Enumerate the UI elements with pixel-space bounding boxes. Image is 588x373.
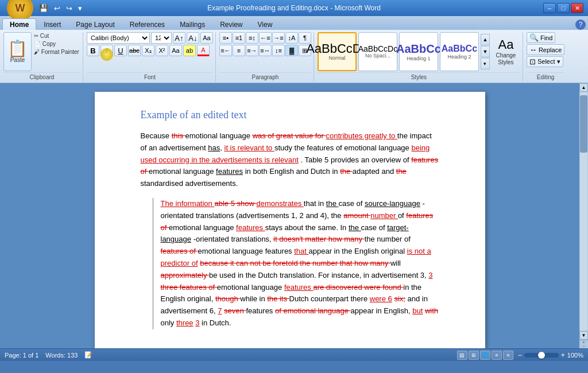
web-layout-btn[interactable]: 🌐 xyxy=(480,351,490,360)
font-size-select[interactable]: 12 xyxy=(151,32,172,44)
align-left-button[interactable]: ≡← xyxy=(219,45,232,56)
shading-button[interactable]: ▓ xyxy=(285,45,298,56)
p2-s32: three features of xyxy=(161,283,217,292)
align-center-button[interactable]: ≡ xyxy=(233,45,245,56)
minimize-button[interactable]: – xyxy=(543,3,556,13)
p2-s38: while xyxy=(240,294,257,303)
customize-quick-btn[interactable]: ▾ xyxy=(76,3,84,14)
clipboard-content: 📋 Paste ✂ Cut 📄 Copy 🖌 Format Painter xyxy=(3,32,80,71)
justify-button[interactable]: ≡↔ xyxy=(259,45,272,56)
tab-insert[interactable]: Insert xyxy=(36,18,68,30)
change-case-button[interactable]: Aa xyxy=(169,45,182,56)
vertical-scrollbar[interactable]: ▲ ▼ + − xyxy=(579,83,588,348)
sort-button[interactable]: ↕A xyxy=(285,32,298,44)
underline-button[interactable]: U xyxy=(114,45,127,56)
multilevel-list-button[interactable]: ≡↕ xyxy=(246,32,258,44)
find-button[interactable]: 🔍 Find xyxy=(527,32,555,43)
paragraph-2: The information able 5 show demonstrates… xyxy=(152,198,439,329)
select-button[interactable]: ⊡ Select ▾ xyxy=(527,56,563,67)
styles-scroll-more[interactable]: ▾ xyxy=(481,58,490,69)
styles-content: AaBbCcDc Normal AaBbCcDc No Spaci... AaB… xyxy=(318,32,520,71)
scroll-down-button[interactable]: ▼ xyxy=(579,331,588,340)
tab-mailings[interactable]: Mailings xyxy=(172,18,212,30)
cut-button[interactable]: ✂ Cut xyxy=(33,32,80,40)
zoom-slider[interactable] xyxy=(524,353,559,358)
styles-scroll-up[interactable]: ▲ xyxy=(481,34,490,45)
undo-quick-btn[interactable]: ↩ xyxy=(52,3,63,14)
scroll-up-button[interactable]: ▲ xyxy=(579,83,588,92)
zoom-control[interactable]: − + 100% xyxy=(518,351,583,359)
ribbon-help-btn[interactable]: ? xyxy=(575,20,586,30)
proofing-icon: 📝 xyxy=(84,351,92,359)
p2-s42: were 6 xyxy=(370,294,392,303)
print-layout-btn[interactable]: ▤ xyxy=(457,351,467,360)
redo-quick-btn[interactable]: ↪ xyxy=(64,3,75,14)
editing-content: 🔍 Find ↔ Replace ⊡ Select ▾ xyxy=(527,32,564,71)
zoom-thumb xyxy=(538,352,545,359)
zoom-out-button[interactable]: − xyxy=(518,351,522,359)
scroll-decrease-btn[interactable]: − xyxy=(582,344,585,348)
styles-scroll-down[interactable]: ▼ xyxy=(481,46,490,57)
bold-button[interactable]: B xyxy=(87,45,99,56)
subscript-button[interactable]: X₂ xyxy=(142,45,154,56)
zoom-in-button[interactable]: + xyxy=(561,351,565,359)
superscript-button[interactable]: X² xyxy=(156,45,168,56)
highlight-button[interactable]: ab xyxy=(183,45,196,56)
maximize-button[interactable]: □ xyxy=(557,3,570,13)
p2-s5: the xyxy=(326,199,339,208)
font-family-select[interactable]: Calibri (Body) xyxy=(87,32,150,44)
align-right-button[interactable]: ≡→ xyxy=(246,45,258,56)
p2-s25: appear in the English original xyxy=(309,247,407,255)
p2-s17: case of xyxy=(361,223,388,232)
office-logo: W xyxy=(9,0,31,19)
p2-s20: it doesn't matter how many xyxy=(273,235,365,243)
change-styles-button[interactable]: Aa ChangeStyles xyxy=(492,36,520,67)
increase-indent-button[interactable]: →≡ xyxy=(272,32,285,44)
clear-format-button[interactable]: Aa xyxy=(200,32,213,44)
p2-s15: stays about the same. In xyxy=(265,223,349,232)
draft-btn[interactable]: ≡ xyxy=(503,351,513,360)
scroll-track[interactable] xyxy=(580,92,587,331)
paste-button[interactable]: 📋 Paste xyxy=(3,32,32,71)
tab-view[interactable]: View xyxy=(250,18,280,30)
p2-s40: the its xyxy=(267,294,289,303)
grow-font-button[interactable]: A↑ xyxy=(173,32,185,44)
style-nospace-box[interactable]: AaBbCcDc No Spaci... xyxy=(358,32,397,71)
copy-button[interactable]: 📄 Copy xyxy=(33,40,80,48)
format-painter-button[interactable]: 🖌 Format Painter xyxy=(33,48,80,56)
doc-scroll-area[interactable]: Example of an edited text Because this e… xyxy=(0,83,579,348)
tab-references[interactable]: References xyxy=(122,18,172,30)
style-normal-box[interactable]: AaBbCcDc Normal xyxy=(318,32,357,71)
decrease-indent-button[interactable]: ←≡ xyxy=(259,32,272,44)
full-screen-btn[interactable]: ⊞ xyxy=(469,351,479,360)
status-bar-right: ▤ ⊞ 🌐 ≡ ≡ − + 100% xyxy=(457,351,583,360)
strikethrough-button[interactable]: abc xyxy=(128,45,141,56)
font-color-button[interactable]: A xyxy=(197,45,210,56)
replace-button[interactable]: ↔ Replace xyxy=(527,44,564,55)
bullet-list-button[interactable]: ≡• xyxy=(219,32,232,44)
clipboard-sub-buttons: ✂ Cut 📄 Copy 🖌 Format Painter xyxy=(33,32,80,71)
tab-page-layout[interactable]: Page Layout xyxy=(68,18,122,30)
p2-s1: The information xyxy=(161,199,215,208)
numbered-list-button[interactable]: ≡1 xyxy=(233,32,245,44)
shrink-font-button[interactable]: A↓ xyxy=(187,32,199,44)
paragraph-group: ≡• ≡1 ≡↕ ←≡ →≡ ↕A ¶ ≡← ≡ ≡→ ≡↔ ↕≡ ▓ ⊞ xyxy=(217,32,314,81)
styles-group: AaBbCcDc Normal AaBbCcDc No Spaci... AaB… xyxy=(315,32,523,81)
close-button[interactable]: ✕ xyxy=(571,3,583,13)
p2-s29: approximately xyxy=(161,271,210,279)
scroll-increase-btn[interactable]: + xyxy=(582,340,585,344)
document-page[interactable]: Example of an edited text Because this e… xyxy=(95,92,485,348)
p2-s31: 3 xyxy=(428,271,432,279)
save-quick-btn[interactable]: 💾 xyxy=(37,3,51,14)
p1-s15: in both English and Dutch in xyxy=(245,167,341,176)
outline-btn[interactable]: ≡ xyxy=(492,351,502,360)
tab-home[interactable]: Home xyxy=(2,18,36,30)
p2-s37: though xyxy=(215,294,240,303)
style-h1-box[interactable]: AaBbCc Heading 1 xyxy=(399,32,438,71)
tab-review[interactable]: Review xyxy=(212,18,250,30)
p1-s13: emotional language xyxy=(149,167,216,176)
style-nospace-preview: AaBbCcDc xyxy=(358,45,397,53)
style-h2-box[interactable]: AaBbCc Heading 2 xyxy=(440,32,479,71)
scroll-thumb[interactable] xyxy=(580,95,587,153)
line-spacing-button[interactable]: ↕≡ xyxy=(272,45,285,56)
